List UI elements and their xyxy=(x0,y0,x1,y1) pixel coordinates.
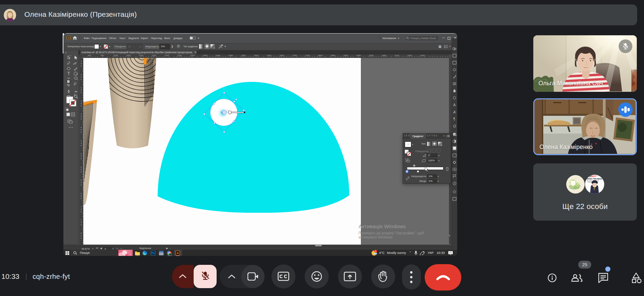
svg-text:A: A xyxy=(453,103,456,107)
svg-text:¶: ¶ xyxy=(453,117,455,121)
svg-text:DONOT: DONOT xyxy=(587,175,597,178)
svg-text:O: O xyxy=(453,124,456,128)
svg-text:A: A xyxy=(453,110,456,114)
svg-text:REPOST THIS IMAGE: REPOST THIS IMAGE xyxy=(586,178,602,180)
